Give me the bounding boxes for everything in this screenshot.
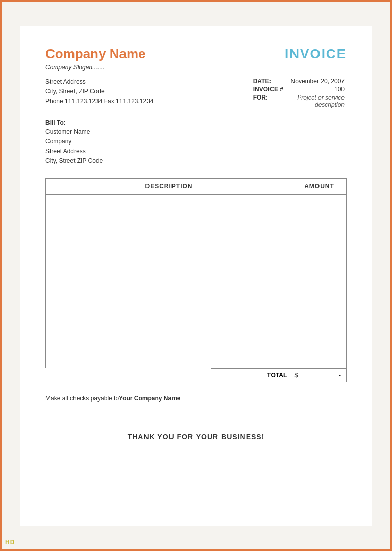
- invoice-num-label: INVOICE #: [251, 85, 285, 93]
- company-name: Company Name: [45, 46, 146, 62]
- hd-watermark: HD: [5, 539, 15, 546]
- address-line2: City, Street, ZIP Code: [45, 87, 154, 97]
- footer-checks-text: Make all checks payable toYour Company N…: [45, 395, 347, 402]
- for-label: FOR:: [251, 93, 285, 109]
- bill-to-company: Company: [45, 137, 347, 147]
- info-row: Street Address City, Street, ZIP Code Ph…: [45, 77, 347, 109]
- customer-name: Customer Name: [45, 127, 347, 137]
- bill-to-city: City, Street ZIP Code: [45, 156, 347, 166]
- invoice-title: INVOICE: [285, 46, 347, 62]
- bill-to-label: Bill To:: [45, 119, 347, 126]
- address-line1: Street Address: [45, 77, 154, 87]
- total-table: TOTAL $ -: [45, 368, 347, 382]
- total-spacer: [45, 369, 211, 382]
- col-header-amount: AMOUNT: [292, 179, 346, 195]
- for-value: Project or service description: [285, 93, 347, 109]
- bill-to-street: Street Address: [45, 147, 347, 156]
- invoice-num-value: 100: [285, 85, 347, 93]
- col-header-description: DESCRIPTION: [46, 179, 292, 195]
- address-line3: Phone 111.123.1234 Fax 111.123.1234: [45, 97, 154, 106]
- outer-frame: Company Name INVOICE Company Slogan.....…: [0, 0, 392, 551]
- total-dollar-sign: $: [292, 369, 306, 382]
- table-amount-cell: [292, 195, 346, 368]
- bill-to-section: Bill To: Customer Name Company Street Ad…: [45, 119, 347, 166]
- total-label: TOTAL: [211, 369, 292, 382]
- invoice-details: DATE: November 20, 2007 INVOICE # 100 FO…: [251, 77, 347, 109]
- invoice-paper: Company Name INVOICE Company Slogan.....…: [20, 26, 372, 526]
- invoice-table: DESCRIPTION AMOUNT: [45, 178, 347, 368]
- thank-you-message: THANK YOU FOR YOUR BUSINESS!: [45, 433, 347, 441]
- total-value: -: [306, 369, 347, 382]
- date-label: DATE:: [251, 77, 285, 85]
- table-body-row: [46, 195, 347, 368]
- company-slogan: Company Slogan.......: [45, 64, 347, 71]
- date-value: November 20, 2007: [285, 77, 347, 85]
- table-desc-cell: [46, 195, 292, 368]
- bill-to-info: Customer Name Company Street Address Cit…: [45, 127, 347, 166]
- invoice-header: Company Name INVOICE: [45, 46, 347, 62]
- company-address: Street Address City, Street, ZIP Code Ph…: [45, 77, 154, 109]
- checks-payable-text: Make all checks payable to: [45, 395, 119, 402]
- checks-company-name: Your Company Name: [119, 395, 180, 402]
